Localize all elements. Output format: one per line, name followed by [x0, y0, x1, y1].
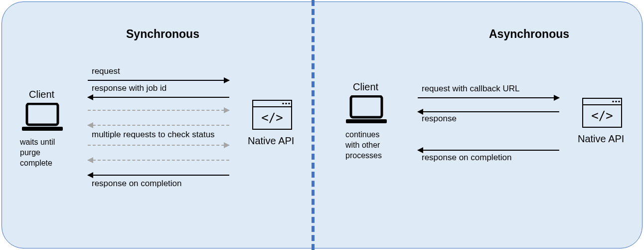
svg-point-5: [285, 103, 287, 104]
svg-point-4: [282, 103, 284, 104]
svg-point-14: [618, 101, 620, 102]
async-request-cb-label: request with callback URL: [422, 84, 520, 94]
sync-check-arrow-2: [88, 125, 229, 126]
sync-resp-done-arrow: [88, 175, 229, 176]
svg-rect-9: [346, 119, 387, 123]
laptop-icon: [345, 95, 388, 124]
sync-api-label: Native API: [248, 135, 294, 147]
async-client-label: Client: [353, 81, 378, 93]
sync-check-arrow-4: [88, 160, 229, 161]
section-divider: [312, 0, 315, 250]
async-resp-done-label: response on completion: [422, 153, 512, 163]
sync-multi-check-label: multiple requests to check status: [92, 130, 215, 140]
async-title: Asynchronous: [489, 27, 569, 41]
sync-resp-jobid-label: response with job id: [92, 83, 166, 93]
laptop-icon: [21, 103, 64, 132]
sync-resp-done-label: response on completion: [92, 179, 182, 189]
sync-client-label: Client: [29, 89, 54, 100]
sync-client-sub: waits until purge complete: [20, 137, 55, 168]
api-window-icon: </>: [252, 100, 292, 130]
svg-point-6: [288, 103, 290, 104]
async-response-arrow: [418, 111, 559, 112]
async-resp-done-arrow: [418, 150, 559, 151]
api-window-icon: </>: [582, 98, 622, 128]
svg-point-13: [615, 101, 617, 102]
svg-text:</>: </>: [261, 111, 283, 125]
sync-check-arrow-3: [88, 145, 229, 146]
async-request-cb-arrow: [418, 97, 559, 98]
sync-resp-jobid-arrow: [88, 97, 229, 98]
async-api-label: Native API: [578, 133, 624, 145]
sync-request-arrow: [88, 80, 229, 81]
svg-rect-0: [27, 104, 58, 125]
svg-rect-8: [351, 96, 382, 117]
sync-request-label: request: [92, 66, 120, 76]
svg-point-12: [612, 101, 614, 102]
sync-title: Synchronous: [126, 27, 199, 41]
svg-text:</>: </>: [591, 109, 613, 123]
sync-check-arrow-1: [88, 110, 229, 111]
async-response-label: response: [422, 114, 457, 124]
svg-rect-1: [22, 127, 63, 131]
async-client-sub: continues with other processes: [345, 130, 382, 161]
